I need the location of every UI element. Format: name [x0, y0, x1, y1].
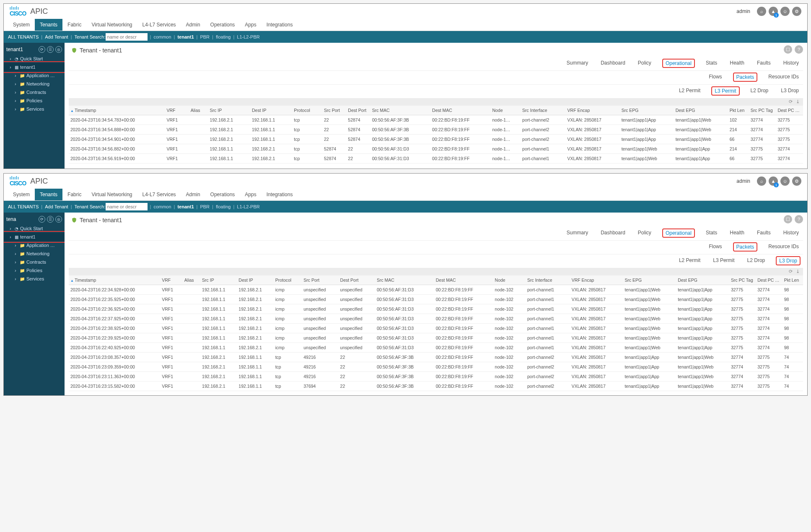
col-node[interactable]: Node — [493, 275, 526, 285]
subtab-packets[interactable]: Packets — [733, 242, 758, 252]
bell-icon[interactable]: ▲1 — [769, 7, 778, 16]
col-src-mac[interactable]: Src MAC — [371, 106, 430, 115]
tenant-link-common[interactable]: common — [153, 34, 171, 39]
tab-history[interactable]: History — [782, 59, 801, 68]
expand-icon[interactable]: › — [15, 276, 18, 281]
col-dest-mac[interactable]: Dest MAC — [430, 106, 490, 115]
tab-health[interactable]: Health — [728, 228, 746, 238]
tree-item-services[interactable]: › 📁 Services — [4, 105, 65, 113]
tab-stats[interactable]: Stats — [704, 59, 719, 68]
table-row[interactable]: 2020-04-23T16:34:56.882+00:00VRF1192.168… — [69, 144, 803, 154]
tree-item-contracts[interactable]: › 📁 Contracts — [4, 88, 65, 96]
tab-operational[interactable]: Operational — [662, 59, 695, 68]
expand-icon[interactable]: › — [15, 106, 18, 112]
download-icon[interactable]: ⤓ — [796, 269, 800, 274]
menu-integrations[interactable]: Integrations — [262, 189, 298, 200]
subtab-l3-permit[interactable]: L3 Permit — [711, 86, 739, 96]
tab-policy[interactable]: Policy — [636, 228, 653, 238]
col-src-interface[interactable]: Src Interface — [521, 106, 566, 115]
sidebar-icon-3[interactable]: ◎ — [55, 46, 62, 53]
menu-apps[interactable]: Apps — [240, 19, 261, 31]
tree-item-networking[interactable]: › 📁 Networking — [4, 80, 65, 88]
tenant-link-L1-L2-PBR[interactable]: L1-L2-PBR — [237, 204, 259, 209]
gear-icon[interactable]: ⚙ — [792, 176, 801, 186]
menu-l4-l7-services[interactable]: L4-L7 Services — [137, 19, 181, 31]
tree-item-policies[interactable]: › 📁 Policies — [4, 96, 65, 105]
col-vrf-encap[interactable]: VRF Encap — [570, 275, 623, 285]
table-row[interactable]: 2020-04-23T16:22:40.925+00:00VRF1192.168… — [69, 343, 803, 353]
expand-icon[interactable]: › — [15, 73, 18, 78]
bookmark-icon[interactable]: ☐ — [784, 45, 792, 54]
col-alias[interactable]: Alias — [189, 106, 208, 115]
tree-item-tenant1[interactable]: › ▦ tenant1 — [4, 63, 65, 71]
tree-item-services[interactable]: › 📁 Services — [4, 275, 65, 283]
refresh-icon[interactable]: ⟳ — [789, 269, 793, 274]
tenant-link-PBR[interactable]: PBR — [200, 204, 210, 209]
table-row[interactable]: 2020-04-23T16:22:36.925+00:00VRF1192.168… — [69, 304, 803, 314]
menu-tenants[interactable]: Tenants — [35, 19, 62, 31]
help-icon[interactable]: ? — [795, 45, 803, 54]
col-protocol[interactable]: Protocol — [292, 106, 322, 115]
tree-item-quick-start[interactable]: › ◔ Quick Start — [4, 54, 65, 63]
bookmark-icon[interactable]: ☐ — [784, 215, 792, 223]
expand-icon[interactable]: › — [15, 98, 18, 103]
table-row[interactable]: 2020-04-23T16:23:08.357+00:00VRF1192.168… — [69, 353, 803, 362]
menu-system[interactable]: System — [8, 19, 35, 31]
tab-faults[interactable]: Faults — [755, 228, 772, 238]
expand-icon[interactable]: › — [10, 226, 13, 231]
col-dest-epg[interactable]: Dest EPG — [676, 275, 729, 285]
expand-icon[interactable]: › — [15, 90, 18, 95]
sidebar-icon-1[interactable]: ⟳ — [39, 46, 45, 53]
menu-integrations[interactable]: Integrations — [262, 19, 298, 31]
col-src-ip[interactable]: Src IP — [208, 106, 250, 115]
table-row[interactable]: 2020-04-23T16:22:38.925+00:00VRF1192.168… — [69, 324, 803, 333]
menu-fabric[interactable]: Fabric — [62, 19, 86, 31]
expand-icon[interactable]: › — [10, 56, 13, 61]
subtab-l2-drop[interactable]: L2 Drop — [749, 86, 770, 96]
refresh-icon[interactable]: ⟳ — [789, 99, 793, 104]
menu-admin[interactable]: Admin — [181, 19, 205, 31]
subtab-l3-drop[interactable]: L3 Drop — [779, 86, 801, 96]
subtab-l3-drop[interactable]: L3 Drop — [776, 256, 801, 265]
subtab-resource-ids[interactable]: Resource IDs — [767, 242, 801, 252]
menu-virtual-networking[interactable]: Virtual Networking — [86, 19, 137, 31]
feedback-icon[interactable]: ☺ — [780, 7, 790, 16]
menu-operations[interactable]: Operations — [205, 189, 240, 200]
search-icon[interactable]: ⌕ — [757, 7, 766, 16]
expand-icon[interactable]: › — [15, 251, 18, 256]
subtab-l3-permit[interactable]: L3 Permit — [711, 256, 736, 265]
help-icon[interactable]: ? — [795, 215, 803, 223]
tree-item-quick-start[interactable]: › ◔ Quick Start — [4, 224, 65, 233]
col-vrf[interactable]: VRF — [165, 106, 189, 115]
menu-tenants[interactable]: Tenants — [35, 189, 62, 200]
col-pkt-len[interactable]: Pkt Len — [782, 275, 803, 285]
table-row[interactable]: 2020-04-23T16:34:54.783+00:00VRF1192.168… — [69, 115, 803, 125]
table-row[interactable]: 2020-04-23T16:22:34.928+00:00VRF1192.168… — [69, 285, 803, 295]
sidebar-icon-3[interactable]: ◎ — [55, 216, 62, 223]
feedback-icon[interactable]: ☺ — [780, 176, 790, 186]
table-row[interactable]: 2020-04-23T16:23:15.582+00:00VRF1192.168… — [69, 381, 803, 391]
col-protocol[interactable]: Protocol — [274, 275, 302, 285]
expand-icon[interactable]: › — [15, 260, 18, 265]
subtab-packets[interactable]: Packets — [733, 73, 758, 82]
tenant-link-tenant1[interactable]: tenant1 — [177, 204, 194, 209]
col-timestamp[interactable]: ▲Timestamp — [69, 275, 160, 285]
table-row[interactable]: 2020-04-23T16:22:35.925+00:00VRF1192.168… — [69, 295, 803, 304]
sidebar-icon-2[interactable]: ☰ — [47, 46, 54, 53]
col-src-pc-tag[interactable]: Src PC Tag — [749, 106, 776, 115]
add-tenant-link[interactable]: Add Tenant — [45, 34, 68, 39]
menu-apps[interactable]: Apps — [240, 189, 261, 200]
tenant-link-PBR[interactable]: PBR — [200, 34, 210, 39]
col-pkt-len[interactable]: Pkt Len — [728, 106, 749, 115]
col-dest-mac[interactable]: Dest MAC — [434, 275, 493, 285]
subtab-flows[interactable]: Flows — [707, 73, 723, 82]
bell-icon[interactable]: ▲1 — [769, 176, 778, 186]
col-dest-ip[interactable]: Dest IP — [250, 106, 292, 115]
col-dest-port[interactable]: Dest Port — [339, 275, 375, 285]
tenant-link-floating[interactable]: floating — [216, 204, 231, 209]
tree-item-tenant1[interactable]: › ▦ tenant1 — [4, 233, 65, 241]
table-row[interactable]: 2020-04-23T16:22:39.925+00:00VRF1192.168… — [69, 333, 803, 343]
table-row[interactable]: 2020-04-23T16:22:37.925+00:00VRF1192.168… — [69, 314, 803, 324]
tab-health[interactable]: Health — [728, 59, 746, 68]
col-src-epg[interactable]: Src EPG — [620, 106, 674, 115]
